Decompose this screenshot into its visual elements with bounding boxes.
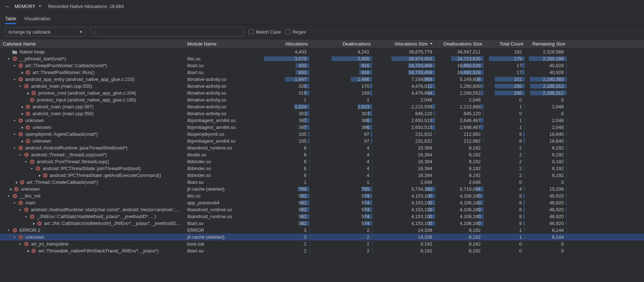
expand-icon[interactable] (35, 174, 41, 177)
table-row[interactable]: Native heap4,4334,24136,875,77934,547,21… (0, 48, 644, 55)
bar-fill (566, 132, 567, 136)
collapse-icon[interactable] (18, 153, 22, 157)
module-name: libopenjdkjvmti.so (184, 131, 242, 137)
table-row[interactable]: process_cmd (android_native_app_glue.c:2… (0, 90, 644, 96)
cell-deallocsize: 8,192 (437, 145, 485, 151)
table-row[interactable]: android::AndroidRuntime::javaThreadShell… (0, 144, 644, 151)
table-row[interactable]: _JNIEnv::CallStaticVoidMethod(_jclass*, … (0, 213, 644, 220)
function-icon (31, 91, 36, 96)
table-row[interactable]: art::ThreadPoolWorker::Run()libart.so933… (0, 69, 644, 76)
cell-total: 179 (485, 56, 526, 61)
col-deallocations[interactable]: Deallocations (311, 41, 374, 47)
col-remaining-size[interactable]: Remaining Size (526, 41, 568, 47)
function-icon (30, 214, 35, 219)
table-row[interactable]: android::Thread::_threadLoop(void*)libut… (0, 151, 644, 158)
col-allocations[interactable]: Allocations (242, 41, 311, 47)
table-row[interactable]: android_main (main.cpp:355)libnative-act… (0, 83, 644, 90)
callstack-name: android_main (main.cpp:387) (33, 104, 94, 109)
table-row[interactable]: android::PoolThread::threadLoop()libbind… (0, 158, 644, 165)
col-total-count[interactable]: Total Count (485, 41, 526, 47)
table-row[interactable]: mainapp_process645825744,153,1004,106,18… (0, 199, 644, 206)
expand-icon[interactable] (18, 71, 24, 74)
table-row[interactable]: art_jni_trampolineboot.oat228,1928,19200 (0, 240, 644, 247)
callstack-name: android::AndroidRuntime::start(char cons… (31, 207, 181, 212)
table-row[interactable]: android_main (main.cpp:350)libnative-act… (0, 110, 644, 117)
col-deallocations-size[interactable]: Deallocations Size (437, 41, 485, 47)
collapse-icon[interactable] (7, 229, 11, 232)
table-row[interactable]: android::IPCThreadState::joinThreadPool(… (0, 165, 644, 172)
table-row[interactable]: unknownlibjvmtiagent_arm64.so10597231,63… (0, 138, 644, 144)
section-title[interactable]: MEMORY (14, 4, 35, 9)
tab-table[interactable]: Table (5, 13, 16, 24)
collapse-icon[interactable] (7, 57, 11, 61)
cell-remain: 18,640 (526, 138, 568, 144)
table-row[interactable]: __libc_initlibc.so5825744,153,1004,106,1… (0, 192, 644, 199)
expand-icon[interactable] (18, 139, 24, 143)
collapse-icon[interactable] (18, 84, 22, 88)
cell-alloc: 582 (242, 193, 311, 199)
collapse-icon[interactable] (12, 133, 17, 136)
table-row[interactable]: ERROR 2ERROR3214,3368,19216,144 (0, 227, 644, 234)
table-row[interactable]: unknownlibjvmtiagent_arm64.so3873862,650… (0, 124, 644, 131)
arrange-dropdown[interactable]: Arrange by callstack ▼ (5, 27, 86, 36)
module-name: libbinder.so (184, 166, 242, 171)
collapse-icon[interactable] (12, 235, 17, 239)
bar-fill (434, 111, 435, 116)
cell-dealloc: 2 (311, 241, 374, 247)
collapse-icon[interactable] (30, 167, 34, 170)
collapse-icon[interactable] (7, 194, 11, 198)
search-input[interactable] (99, 29, 241, 35)
expand-icon[interactable] (18, 105, 24, 109)
table-row[interactable]: __pthread_start(void*)libc.so3,0792,9002… (0, 55, 644, 62)
table-row[interactable]: unknownjit-cache (deleted)7697655,734,34… (0, 186, 644, 192)
expand-icon[interactable] (30, 222, 35, 225)
table-row[interactable]: android_app_entry (android_native_app_gl… (0, 76, 644, 83)
chevron-down-icon: ▼ (79, 30, 83, 34)
collapse-icon[interactable] (12, 64, 17, 68)
col-module[interactable]: Module Name (184, 41, 242, 47)
expand-icon[interactable] (12, 181, 18, 184)
table-row[interactable]: unknownlibjvmtiagent_arm64.so3873862,650… (0, 117, 644, 124)
sort-desc-icon: ▼ (429, 42, 434, 45)
expand-icon[interactable] (7, 187, 12, 191)
table-row[interactable]: art::ThreadPoolWorker::Callback(void*)li… (0, 62, 644, 69)
search-field[interactable]: ⌕ (90, 27, 244, 36)
cell-remain: 0 (526, 179, 568, 185)
expand-icon[interactable] (24, 91, 30, 95)
collapse-icon[interactable] (12, 119, 17, 122)
collapse-icon[interactable] (12, 146, 17, 150)
table-row[interactable]: process_input (android_native_app_glue.c… (0, 96, 644, 103)
table-row[interactable]: android::AndroidRuntime::start(char cons… (0, 206, 644, 213)
expand-icon[interactable] (24, 249, 30, 253)
back-icon[interactable]: ← (5, 3, 11, 10)
module-name: libnative-activity.so (184, 90, 242, 96)
collapse-icon[interactable] (24, 215, 28, 218)
regex-option[interactable]: Regex (285, 29, 306, 35)
table-row[interactable]: art::Thread::CreateCallback(void*)libart… (0, 179, 644, 186)
table-row[interactable]: android::IPCThreadState::getAndExecuteCo… (0, 172, 644, 179)
collapse-icon[interactable] (24, 160, 28, 164)
col-callstack[interactable]: Callstack Name (0, 41, 184, 47)
callstack-name: openjdkjvmti::AgentCallback(void*) (25, 131, 98, 137)
collapse-icon[interactable] (12, 201, 17, 205)
table-row[interactable]: art::JNI::CallStaticVoidMethodV(_JNIEnv*… (0, 220, 644, 227)
collapse-icon[interactable] (12, 78, 17, 81)
match-case-option[interactable]: Match Case (249, 29, 281, 35)
tab-visualization[interactable]: Visualization (24, 13, 51, 24)
table-row[interactable]: android_main (main.cpp:387)libnative-act… (0, 103, 644, 110)
cell-dealloc: 170 (311, 83, 374, 89)
cell-total: 150 (485, 83, 526, 89)
callstack-name: android::IPCThreadState::joinThreadPool(… (43, 166, 141, 171)
cell-alloc: 319 (242, 90, 311, 96)
expand-icon[interactable] (18, 112, 24, 116)
table-row[interactable]: unknownjit-cache (deleted)3214,3368,1921… (0, 234, 644, 240)
col-allocations-size[interactable]: Allocations Size▼ (374, 41, 437, 47)
table-row[interactable]: openjdkjvmti::AgentCallback(void*)libope… (0, 131, 644, 138)
collapse-icon[interactable] (18, 242, 22, 246)
table-row[interactable]: art::Throwable_nativeFillInStackTrace(_J… (0, 247, 644, 254)
collapse-icon[interactable] (18, 208, 22, 212)
cell-alloc: 3 (242, 234, 311, 240)
expand-icon[interactable] (18, 126, 24, 129)
allocation-table: Callstack Name Module Name Allocations D… (0, 39, 644, 254)
chevron-down-icon[interactable]: ▼ (38, 5, 42, 8)
